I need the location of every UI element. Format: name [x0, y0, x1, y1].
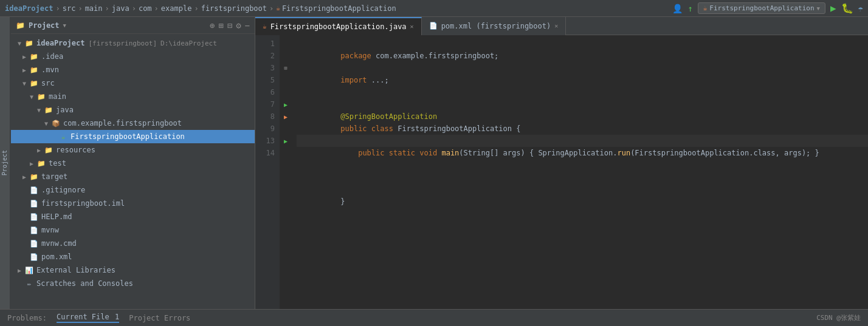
gutter-10 [280, 147, 292, 159]
tree-item-pom[interactable]: 📄 pom.xml [11, 250, 255, 263]
mvnwcmd-icon: 📄 [29, 239, 39, 248]
profile-icon[interactable]: 👤 [672, 4, 683, 13]
watermark: CSDN @张紫娃 [816, 313, 861, 322]
tree-item-src[interactable]: 📁 src [11, 76, 255, 90]
title-project-name: ideaProject [5, 4, 53, 13]
project-errors[interactable]: Project Errors [129, 314, 190, 322]
run-config-selector[interactable]: ☕ FirstspringbootApplication ▼ [698, 2, 825, 14]
update-icon[interactable]: ↑ [687, 4, 692, 13]
tree-item-mvn[interactable]: 📁 .mvn [11, 63, 255, 76]
tree-arrow-src [21, 80, 28, 87]
breadcrumb-main: main [85, 4, 103, 13]
help-label: HELP.md [41, 212, 72, 221]
code-editor[interactable]: package com.example.firstspringboot; imp… [292, 35, 868, 309]
iml-label: firstspringboot.iml [41, 199, 125, 208]
gitignore-label: .gitignore [41, 186, 85, 194]
tree-item-main[interactable]: 📁 main [11, 90, 255, 103]
sidebar-title-label: Project [29, 21, 60, 30]
tree-arrow-idea [21, 53, 28, 60]
file-tree[interactable]: 📁 ideaProject [firstspringboot] D:\ideaP… [11, 34, 255, 309]
code-line-13: } [297, 183, 868, 195]
gutter-9[interactable]: ▶ [280, 135, 292, 147]
sidebar-dropdown-icon[interactable]: ▼ [63, 22, 66, 29]
tree-arrow-mvnw [21, 226, 28, 234]
close-sidebar-icon[interactable]: − [245, 21, 250, 30]
code-line-14 [297, 195, 868, 208]
tree-item-gitignore[interactable]: 📄 .gitignore [11, 183, 255, 197]
tree-item-mvnwcmd[interactable]: 📄 mvnw.cmd [11, 237, 255, 250]
run-config-icon: ☕ [703, 4, 708, 12]
tree-item-scratches[interactable]: ✏️ Scratches and Consoles [11, 277, 255, 290]
root-folder-icon: 📁 [24, 38, 34, 48]
gutter-12 [280, 171, 292, 183]
current-file[interactable]: Current File 1 [57, 313, 119, 323]
debug-button[interactable]: 🐛 [841, 2, 853, 14]
scratches-label: Scratches and Consoles [36, 279, 133, 288]
main-label: main [49, 92, 66, 101]
tree-item-resources[interactable]: 📁 resources [11, 143, 255, 157]
package-folder-icon: 📦 [51, 118, 61, 128]
ext-libs-icon: 📊 [24, 265, 34, 275]
gutter-4 [280, 74, 292, 86]
app-class-icon: ☕ [58, 132, 68, 141]
add-icon[interactable]: ⊕ [210, 21, 215, 30]
tab-java-close[interactable]: ✕ [410, 23, 414, 30]
idea-label: .idea [41, 52, 63, 61]
iml-icon: 📄 [29, 199, 39, 208]
editor-content[interactable]: 1 2 3 5 6 7 8 9 13 14 ⊞ [255, 35, 868, 309]
run-button[interactable]: ▶ [830, 2, 836, 14]
md-icon: 📄 [29, 212, 39, 222]
breadcrumb-com: com [139, 4, 152, 13]
tab-xml-close[interactable]: ✕ [554, 22, 558, 29]
sidebar-title: 📁 Project ▼ [16, 21, 66, 30]
folder-icon: 📁 [16, 21, 25, 30]
tree-item-ext-libs[interactable]: 📊 External Libraries [11, 263, 255, 277]
resources-folder-icon: 📁 [44, 145, 53, 155]
line-numbers: 1 2 3 5 6 7 8 9 13 14 [255, 35, 280, 309]
gutter-6: ▶ [280, 98, 292, 110]
breadcrumb-example: example [161, 4, 192, 13]
tree-item-package[interactable]: 📦 com.example.firstspringboot [11, 117, 255, 130]
tree-item-mvnw[interactable]: 📄 mvnw [11, 223, 255, 237]
tree-item-help[interactable]: 📄 HELP.md [11, 210, 255, 223]
settings-icon[interactable]: ⚙ [236, 21, 241, 30]
tree-item-app-class[interactable]: ☕ FirstspringbootApplication [11, 130, 255, 143]
breadcrumb: ideaProject › src › main › java › com › … [5, 4, 396, 13]
breadcrumb-src: src [63, 4, 76, 13]
src-label: src [41, 79, 55, 87]
coverage-button[interactable]: ☂ [858, 4, 863, 13]
mvnw-icon: 📄 [29, 225, 39, 235]
java-label: java [56, 106, 74, 114]
current-file-count: 1 [115, 313, 119, 321]
tab-xml[interactable]: 📄 pom.xml (firstspringboot) ✕ [422, 17, 567, 35]
tree-arrow-root [16, 39, 23, 47]
current-file-label: Current File [57, 313, 109, 321]
status-bar: Problems: Current File 1 Project Errors … [0, 309, 868, 326]
project-vertical-tab[interactable]: Project [0, 17, 10, 309]
tree-item-idea[interactable]: 📁 .idea [11, 50, 255, 63]
vertical-tab-label: Project [1, 150, 8, 175]
sidebar: Project 📁 Project ▼ ⊕ ⊞ ⊟ ⚙ − [0, 17, 255, 309]
tree-arrow-scratches [16, 280, 23, 287]
collapse-icon[interactable]: ⊟ [227, 21, 232, 30]
tree-item-test[interactable]: 📁 test [11, 157, 255, 170]
scratches-icon: ✏️ [24, 279, 34, 288]
mvnwcmd-label: mvnw.cmd [41, 239, 77, 248]
tree-arrow-mvnwcmd [21, 240, 28, 247]
tree-item-iml[interactable]: 📄 firstspringboot.iml [11, 197, 255, 210]
tree-item-java[interactable]: 📁 java [11, 103, 255, 117]
tab-java[interactable]: ☕ FirstspringbootApplication.java ✕ [255, 17, 422, 35]
tree-item-target[interactable]: 📁 target [11, 170, 255, 183]
tree-arrow-package [43, 120, 50, 127]
sidebar-actions: ⊕ ⊞ ⊟ ⚙ − [210, 21, 250, 30]
run-config-dropdown-icon: ▼ [817, 5, 820, 12]
tab-java-label: FirstspringbootApplication.java [270, 22, 407, 31]
structure-icon[interactable]: ⊞ [218, 21, 223, 30]
breadcrumb-filename: FirstspringbootApplication [282, 4, 396, 13]
mvn-label: .mvn [41, 66, 59, 74]
mvnw-label: mvnw [41, 226, 59, 234]
gutter-7: ▶ [280, 110, 292, 123]
tree-arrow-resources [35, 146, 43, 154]
tree-item-root[interactable]: 📁 ideaProject [firstspringboot] D:\ideaP… [11, 36, 255, 50]
src-folder-icon: 📁 [29, 78, 39, 88]
